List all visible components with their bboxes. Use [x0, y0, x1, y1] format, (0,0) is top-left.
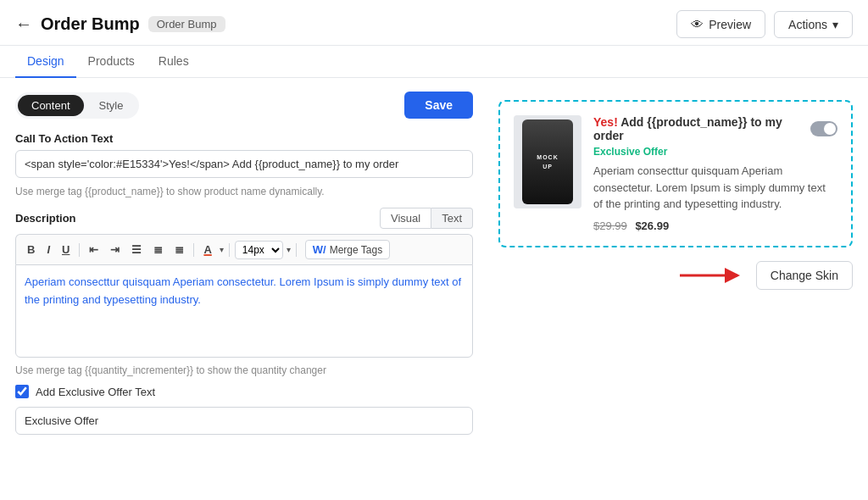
separator-1 — [79, 243, 80, 257]
toggle-save-row: Content Style Save — [15, 92, 473, 119]
align-left-button[interactable]: ⇤ — [85, 242, 103, 258]
actions-button[interactable]: Actions ▾ — [774, 11, 853, 38]
visual-text-toggle: Visual Text — [380, 208, 473, 229]
product-description-preview: Aperiam consecttur quisquam Aperiam cons… — [593, 163, 837, 213]
font-size-select[interactable]: 14px 12px 16px — [235, 241, 283, 259]
chevron-down-icon: ▾ — [832, 18, 838, 31]
exclusive-offer-checkbox-label: Add Exclusive Offer Text — [36, 386, 155, 398]
arrow-indicator — [680, 263, 748, 288]
right-panel: MOCK UP Yes! Add {{product_name}} to my … — [498, 92, 853, 483]
page-title: Order Bump — [41, 14, 140, 34]
product-image-inner: MOCK UP — [522, 119, 573, 204]
exclusive-offer-preview: Exclusive Offer — [593, 146, 837, 158]
actions-label: Actions — [788, 18, 827, 31]
back-button[interactable]: ← — [15, 14, 32, 34]
merge-tags-label: Merge Tags — [330, 244, 382, 256]
quantity-hint: Use merge tag {{quantity_incrementer}} t… — [15, 364, 473, 376]
separator-2 — [193, 243, 194, 257]
merge-tags-button[interactable]: W/ Merge Tags — [305, 240, 390, 259]
style-toggle-btn[interactable]: Style — [86, 95, 137, 116]
product-cta: Yes! Add {{product_name}} to my order — [593, 115, 837, 142]
cta-input[interactable] — [15, 150, 473, 178]
editor-content: Aperiam consecttur quisquam Aperiam cons… — [25, 274, 464, 309]
editor-toolbar: B I U ⇤ ⇥ ☰ ≣ ≣ A ▾ 14px 12px 16px ▾ W/ … — [15, 234, 473, 264]
tab-products[interactable]: Products — [76, 46, 147, 78]
font-color-button[interactable]: A — [199, 242, 215, 258]
list-ordered-button[interactable]: ≣ — [170, 242, 188, 258]
breadcrumb-badge: Order Bump — [148, 16, 225, 32]
merge-tags-icon: W/ — [313, 243, 326, 256]
font-size-dropdown-icon: ▾ — [287, 245, 291, 254]
visual-btn[interactable]: Visual — [380, 208, 431, 229]
product-toggle-switch[interactable] — [810, 121, 837, 136]
tab-design[interactable]: Design — [15, 46, 76, 78]
price-new: $26.99 — [635, 219, 669, 232]
list-unordered-button[interactable]: ≣ — [149, 242, 167, 258]
exclusive-offer-checkbox[interactable] — [15, 385, 29, 398]
align-center-button[interactable]: ⇥ — [106, 242, 124, 258]
product-price: $29.99 $26.99 — [593, 219, 837, 232]
main-content: Content Style Save Call To Action Text U… — [0, 78, 868, 497]
change-skin-area: Change Skin — [498, 261, 853, 290]
bold-button[interactable]: B — [23, 242, 39, 258]
description-label: Description — [15, 212, 76, 225]
italic-button[interactable]: I — [42, 242, 54, 258]
content-style-toggle: Content Style — [15, 92, 139, 119]
header: ← Order Bump Order Bump 👁 Preview Action… — [0, 0, 868, 46]
cta-hint: Use merge tag {{product_name}} to show p… — [15, 186, 473, 197]
save-button[interactable]: Save — [404, 92, 473, 119]
tab-rules[interactable]: Rules — [147, 46, 201, 78]
header-left: ← Order Bump Order Bump — [15, 14, 225, 34]
content-toggle-btn[interactable]: Content — [18, 95, 84, 116]
underline-button[interactable]: U — [58, 242, 74, 258]
red-arrow-svg — [680, 263, 748, 288]
separator-3 — [229, 243, 230, 257]
back-icon: ← — [15, 14, 32, 34]
font-color-dropdown-icon: ▾ — [220, 245, 224, 254]
tabs: Design Products Rules — [0, 46, 868, 78]
preview-card: MOCK UP Yes! Add {{product_name}} to my … — [498, 100, 853, 247]
text-btn[interactable]: Text — [431, 208, 473, 229]
product-image: MOCK UP — [514, 115, 581, 208]
preview-label: Preview — [709, 18, 751, 31]
preview-button[interactable]: 👁 Preview — [676, 10, 765, 38]
cta-rest: Add {{product_name}} to my order — [593, 115, 782, 142]
cta-yes: Yes! — [593, 115, 618, 129]
header-right: 👁 Preview Actions ▾ — [676, 10, 853, 38]
exclusive-offer-checkbox-row: Add Exclusive Offer Text — [15, 385, 473, 398]
cta-text: Yes! Add {{product_name}} to my order — [593, 115, 804, 142]
cta-label: Call To Action Text — [15, 132, 473, 145]
separator-4 — [296, 243, 297, 257]
product-details: Yes! Add {{product_name}} to my order Ex… — [593, 115, 837, 232]
description-header: Description Visual Text — [15, 208, 473, 229]
align-right-button[interactable]: ☰ — [127, 242, 146, 258]
editor-area[interactable]: Aperiam consecttur quisquam Aperiam cons… — [15, 264, 473, 358]
change-skin-button[interactable]: Change Skin — [756, 261, 853, 290]
eye-icon: 👁 — [691, 17, 704, 31]
left-panel: Content Style Save Call To Action Text U… — [15, 92, 473, 483]
price-old: $29.99 — [593, 219, 627, 232]
exclusive-offer-input[interactable] — [15, 407, 473, 435]
